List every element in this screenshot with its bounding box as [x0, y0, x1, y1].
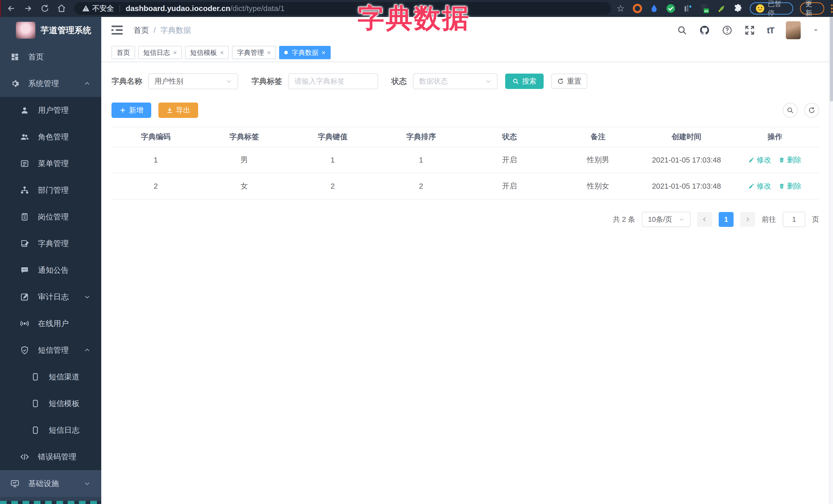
tag-sms-log[interactable]: 短信日志 ×: [138, 46, 182, 59]
paused-label: 已暂停: [768, 0, 788, 18]
cell-created: 2021-01-05 17:03:48: [642, 156, 731, 164]
sidebar-item-sms-template[interactable]: 短信模板: [0, 390, 101, 417]
profile-paused-pill[interactable]: 已暂停: [750, 2, 793, 15]
cell-value: 1: [288, 156, 377, 164]
code-icon: [20, 452, 29, 461]
tag-dict-mgmt[interactable]: 字典管理 ×: [232, 46, 276, 59]
sidebar-item-audit-log[interactable]: 审计日志: [0, 284, 101, 310]
breadcrumb-home[interactable]: 首页: [134, 25, 149, 35]
total-count: 共 2 条: [613, 215, 635, 224]
next-page-button[interactable]: [740, 212, 755, 227]
home-icon[interactable]: [56, 3, 67, 14]
toggle-search-button[interactable]: [783, 103, 798, 118]
sidebar-collapse-icon[interactable]: [112, 25, 123, 35]
sidebar-item-home[interactable]: 首页: [0, 44, 101, 70]
cell-actions: 修改 删除: [731, 181, 819, 191]
search-icon[interactable]: [677, 25, 687, 35]
forward-icon[interactable]: [23, 3, 34, 14]
cell-code: 2: [112, 182, 200, 190]
status-select[interactable]: 数据状态: [413, 73, 498, 89]
extension-drop-icon[interactable]: [649, 3, 659, 14]
prev-page-button[interactable]: [697, 212, 712, 227]
app-logo: [16, 22, 35, 39]
browser-menu-icon[interactable]: [831, 4, 833, 13]
page-number-current[interactable]: 1: [719, 212, 734, 227]
close-icon[interactable]: ×: [220, 49, 224, 57]
app-logo-row[interactable]: 芋道管理系统: [0, 17, 101, 44]
sidebar-item-sms-channel[interactable]: 短信渠道: [0, 363, 101, 390]
chevron-down-icon[interactable]: [812, 27, 819, 33]
help-icon[interactable]: [722, 25, 733, 35]
phone-icon: [31, 426, 40, 435]
table-row[interactable]: 2 女 2 2 开启 性别女 2021-01-05 17:03:48 修改 删除: [112, 173, 819, 199]
extension-orange-icon[interactable]: [632, 3, 642, 14]
goto-page-input[interactable]: [783, 212, 805, 227]
sidebar-item-errorcode-mgmt[interactable]: 错误码管理: [0, 443, 101, 470]
org-tree-icon: [20, 186, 29, 195]
sidebar-item-infrastructure[interactable]: 基础设施: [0, 470, 101, 497]
download-icon: [166, 107, 173, 114]
sidebar-item-menu-mgmt[interactable]: 菜单管理: [0, 150, 101, 177]
github-icon[interactable]: [699, 25, 710, 35]
reset-button[interactable]: 重置: [551, 74, 587, 89]
sidebar-item-sms-mgmt[interactable]: 短信管理: [0, 337, 101, 363]
font-size-icon[interactable]: tT: [767, 25, 774, 35]
dict-name-select[interactable]: 用户性别: [148, 73, 238, 89]
close-icon[interactable]: ×: [267, 49, 271, 57]
cell-created: 2021-01-05 17:03:48: [642, 182, 731, 190]
refresh-icon: [557, 78, 564, 85]
cell-remark: 性别女: [554, 181, 642, 191]
extension-check-icon[interactable]: [666, 3, 676, 14]
close-icon[interactable]: ×: [322, 49, 326, 57]
not-secure-warning[interactable]: 不安全: [82, 4, 114, 13]
security-label: 不安全: [92, 4, 114, 13]
fullscreen-icon[interactable]: [744, 25, 755, 35]
scrollbar-thumb[interactable]: [830, 17, 833, 101]
table-row[interactable]: 1 男 1 1 开启 性别男 2021-01-05 17:03:48 修改 删除: [112, 147, 819, 173]
delete-link[interactable]: 删除: [779, 181, 801, 191]
extension-leaf-icon[interactable]: [716, 3, 727, 14]
sidebar-item-user-mgmt[interactable]: 用户管理: [0, 97, 101, 124]
close-icon[interactable]: ×: [173, 49, 177, 57]
back-icon[interactable]: [6, 3, 17, 14]
delete-link[interactable]: 删除: [779, 155, 801, 165]
gear-icon: [10, 79, 20, 88]
extension-bars-icon[interactable]: [683, 3, 693, 14]
tag-home[interactable]: 首页: [112, 46, 135, 59]
edit-link[interactable]: 修改: [748, 181, 771, 191]
book-icon: [20, 239, 29, 248]
dict-label-input[interactable]: 请输入字典标签: [288, 73, 378, 89]
reload-icon[interactable]: [39, 3, 50, 14]
extensions-puzzle-icon[interactable]: [733, 3, 743, 14]
user-avatar[interactable]: [786, 21, 801, 39]
extension-on-badge-icon[interactable]: on: [699, 3, 710, 14]
online-signal-icon: [20, 319, 29, 328]
url-path: /dict/type/data/1: [231, 4, 285, 13]
sidebar-item-sms-log[interactable]: 短信日志: [0, 417, 101, 443]
page-size-select[interactable]: 10条/页: [642, 212, 690, 227]
edit-link[interactable]: 修改: [748, 155, 771, 165]
export-button[interactable]: 导出: [159, 102, 198, 118]
sidebar-item-online-users[interactable]: 在线用户: [0, 310, 101, 337]
cell-remark: 性别男: [554, 155, 642, 165]
bookmark-star-icon[interactable]: ☆: [616, 3, 626, 14]
add-button[interactable]: 新增: [112, 102, 151, 118]
sidebar-item-dict-mgmt[interactable]: 字典管理: [0, 230, 101, 257]
status-label: 状态: [391, 76, 407, 87]
sidebar-item-system-mgmt[interactable]: 系统管理: [0, 70, 101, 97]
shield-check-icon: [20, 345, 29, 355]
sidebar-item-notice[interactable]: 通知公告: [0, 257, 101, 284]
tag-sms-template[interactable]: 短信模板 ×: [185, 46, 229, 59]
page-scrollbar[interactable]: [829, 17, 833, 504]
sidebar-item-role-mgmt[interactable]: 角色管理: [0, 124, 101, 150]
tag-dict-data-active[interactable]: 字典数据 ×: [279, 46, 331, 59]
search-button[interactable]: 搜索: [505, 74, 544, 89]
refresh-table-button[interactable]: [804, 103, 819, 118]
warning-icon: [82, 5, 90, 12]
tags-view-bar: 首页 短信日志 × 短信模板 × 字典管理 × 字典数据 ×: [101, 44, 829, 62]
sidebar-item-post-mgmt[interactable]: 岗位管理: [0, 203, 101, 230]
sidebar-item-dept-mgmt[interactable]: 部门管理: [0, 177, 101, 203]
pencil-icon: [748, 183, 755, 189]
url-bar[interactable]: 不安全 dashboard.yudao.iocoder.cn/dict/type…: [74, 2, 611, 15]
browser-update-button[interactable]: 更新: [800, 2, 824, 15]
